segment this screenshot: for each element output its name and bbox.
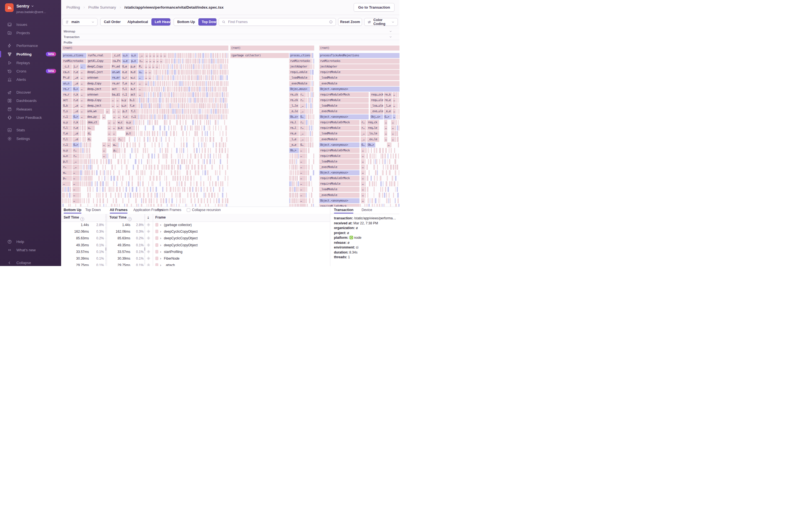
chevron-down-icon[interactable] bbox=[389, 30, 392, 33]
flame-frame[interactable]: … bbox=[73, 170, 79, 175]
flame-frame[interactable]: _execModule bbox=[319, 81, 400, 86]
flame-frame[interactable]: _c…st bbox=[112, 53, 122, 58]
flame-frame[interactable]: p… bbox=[62, 176, 72, 181]
chevron-down-icon[interactable] bbox=[389, 35, 392, 39]
flame-frame[interactable]: … bbox=[156, 59, 159, 63]
flame-frame[interactable]: u…e bbox=[122, 59, 130, 63]
flame-frame[interactable]: … bbox=[361, 159, 364, 164]
gear-icon[interactable] bbox=[147, 236, 150, 240]
flame-frame[interactable]: … bbox=[384, 137, 387, 142]
flame-frame[interactable]: r… bbox=[299, 120, 305, 125]
thread-selector[interactable]: main bbox=[62, 18, 97, 26]
flame-frame[interactable]: w…c bbox=[130, 75, 137, 80]
flame-frame[interactable]: (root) bbox=[230, 45, 314, 51]
flame-frame[interactable]: … bbox=[145, 81, 148, 86]
flame-frame[interactable]: a…r bbox=[130, 81, 137, 86]
expand-chevron-icon[interactable]: › bbox=[160, 243, 161, 247]
tab-bottom-up[interactable]: Bottom Up bbox=[63, 207, 81, 213]
flame-frame[interactable]: un…wn bbox=[111, 70, 121, 75]
sidebar-item-issues[interactable]: Issues bbox=[0, 20, 61, 28]
flame-frame[interactable]: d… bbox=[87, 137, 91, 142]
flame-frame[interactable]: Pr…ed bbox=[111, 64, 121, 69]
frame-table-row[interactable]: 33.57ms0.1%33.57ms0.1%›startProfiling bbox=[61, 248, 330, 255]
flame-frame[interactable]: … bbox=[361, 181, 364, 186]
flame-frame[interactable]: … bbox=[299, 154, 305, 158]
flame-frame[interactable]: deep…ject bbox=[87, 103, 111, 108]
flame-frame[interactable]: r… bbox=[299, 126, 305, 131]
flame-frame[interactable]: _execModule bbox=[319, 109, 369, 114]
flame-frame[interactable]: re…r bbox=[62, 92, 72, 97]
breadcrumb-item[interactable]: Profiling bbox=[67, 5, 80, 10]
flame-frame[interactable]: Object.<anonymous> bbox=[319, 142, 359, 148]
direction-option-bottom-up[interactable]: Bottom Up bbox=[174, 18, 198, 25]
gear-icon[interactable] bbox=[147, 243, 150, 247]
flame-frame[interactable]: … bbox=[108, 120, 112, 125]
flame-frame[interactable]: … bbox=[80, 92, 86, 97]
gear-icon[interactable] bbox=[147, 223, 150, 227]
tab-all-frames[interactable]: All Frames bbox=[110, 207, 128, 213]
flame-frame[interactable]: O… bbox=[299, 114, 305, 119]
flame-frame[interactable]: _… bbox=[360, 137, 367, 142]
sort-option-call-order[interactable]: Call Order bbox=[100, 18, 124, 25]
flame-frame[interactable]: Obj…s> bbox=[370, 114, 383, 119]
flame-frame[interactable]: _exe…ule bbox=[370, 109, 383, 114]
flame-frame[interactable]: re…r bbox=[62, 87, 72, 92]
flame-frame[interactable]: … bbox=[361, 187, 364, 192]
flame-frame[interactable]: … bbox=[393, 92, 396, 97]
flame-frame[interactable]: un…n bbox=[62, 81, 72, 86]
expand-chevron-icon[interactable]: › bbox=[160, 223, 161, 227]
flame-frame[interactable]: re…ck bbox=[289, 98, 299, 103]
flame-frame[interactable]: j…r bbox=[73, 64, 79, 69]
flame-frame[interactable]: f…l bbox=[62, 137, 72, 142]
flame-frame[interactable]: _… bbox=[360, 131, 367, 136]
flame-frame[interactable]: Object.<anonymous> bbox=[319, 198, 359, 203]
flame-frame[interactable]: _e…le bbox=[289, 109, 299, 114]
flame-frame[interactable]: … bbox=[299, 148, 305, 153]
flame-frame[interactable]: Object.<anonymous> bbox=[319, 170, 359, 175]
flame-frame[interactable]: a…t bbox=[130, 87, 137, 92]
flame-frame[interactable]: … bbox=[138, 87, 144, 92]
flame-frame[interactable]: _l…e bbox=[289, 137, 299, 142]
flame-frame[interactable]: … bbox=[391, 120, 394, 125]
flame-frame[interactable]: … bbox=[148, 64, 151, 69]
expand-chevron-icon[interactable]: › bbox=[160, 256, 161, 261]
flame-frame[interactable]: r…1 bbox=[122, 92, 129, 97]
collapse-recursion-label[interactable]: Collapse recursion bbox=[192, 207, 221, 213]
flame-frame[interactable]: f…l bbox=[130, 109, 138, 114]
flame-frame[interactable]: _loadModule bbox=[319, 75, 400, 80]
flame-frame[interactable]: u…n bbox=[62, 154, 72, 158]
flame-frame[interactable]: … bbox=[361, 170, 364, 175]
flame-frame[interactable]: f…l bbox=[62, 126, 72, 131]
gear-icon[interactable] bbox=[147, 250, 150, 253]
flame-frame[interactable]: _loadModule bbox=[289, 75, 310, 80]
flame-frame[interactable]: re…e bbox=[289, 131, 299, 136]
flame-frame[interactable]: O…> bbox=[73, 142, 79, 148]
flame-frame[interactable]: O…e bbox=[122, 64, 129, 69]
flame-frame[interactable]: O…> bbox=[73, 114, 79, 119]
frame-table-row[interactable]: 1.44s2.8%1.44s2.8%›(garbage collector) bbox=[61, 222, 330, 228]
flame-frame[interactable]: (root) bbox=[319, 45, 400, 51]
flame-graph[interactable]: (root)proces…ctionsrunTe…rnal_c…stu…nu…n… bbox=[61, 44, 400, 207]
sidebar-item-discover[interactable]: Discover bbox=[0, 88, 61, 96]
flame-frame[interactable]: p…t bbox=[125, 131, 133, 136]
flame-frame[interactable]: … bbox=[112, 114, 117, 119]
flame-frame[interactable]: req…ck bbox=[367, 120, 379, 125]
flame-frame[interactable]: _execModule bbox=[319, 193, 359, 198]
flame-frame[interactable]: _… bbox=[299, 109, 305, 114]
flame-frame[interactable]: … bbox=[384, 120, 387, 125]
flame-frame[interactable]: r… bbox=[117, 137, 124, 142]
flame-frame[interactable]: O…> bbox=[384, 114, 392, 119]
sentry-logo-icon[interactable] bbox=[5, 3, 14, 12]
color-coding-button[interactable]: Color Coding bbox=[364, 18, 398, 26]
sidebar-item-profiling[interactable]: Profilingbeta bbox=[0, 50, 61, 58]
flame-frame[interactable]: _…e bbox=[73, 131, 79, 136]
flame-frame[interactable]: … bbox=[112, 131, 116, 136]
flame-frame[interactable]: … bbox=[111, 98, 115, 103]
flame-frame[interactable]: … bbox=[299, 187, 305, 192]
flame-frame[interactable]: r… bbox=[73, 148, 79, 153]
breadcrumb-item[interactable]: Profile Summary bbox=[88, 5, 116, 10]
flame-frame[interactable]: r… bbox=[299, 98, 305, 103]
flame-frame[interactable]: requireModuleOrMock bbox=[319, 92, 369, 97]
section-row-transaction[interactable]: Transaction bbox=[61, 34, 400, 40]
flame-frame[interactable]: _ex…le bbox=[367, 137, 379, 142]
